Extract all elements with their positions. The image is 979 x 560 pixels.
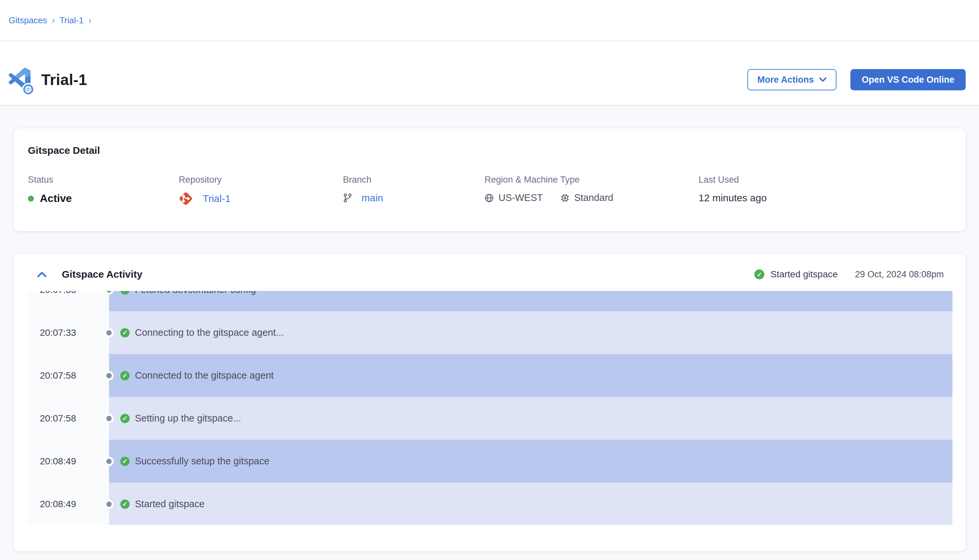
- activity-log-scroll-area[interactable]: 20:07:33 ✓ Fetched devcontainer config 2…: [27, 291, 952, 525]
- activity-row-message: Successfully setup the gitspace: [135, 456, 269, 467]
- page-title: Trial-1: [41, 71, 87, 89]
- activity-row-band: ✓ Setting up the gitspace...: [109, 397, 952, 440]
- chevron-up-icon: [37, 272, 47, 277]
- region-value: US-WEST: [498, 192, 543, 203]
- field-branch: Branch main: [343, 175, 484, 205]
- activity-row-message: Connecting to the gitspace agent...: [135, 327, 284, 338]
- activity-row-message: Started gitspace: [135, 498, 205, 510]
- branch-link[interactable]: main: [362, 192, 383, 203]
- timeline-dot-icon: [106, 416, 112, 421]
- chevron-down-icon: [819, 77, 827, 82]
- field-label: Status: [28, 175, 179, 185]
- machine-type-value: Standard: [574, 192, 613, 203]
- breadcrumb: Gitspaces › Trial-1 ›: [0, 0, 979, 41]
- field-label: Region & Machine Type: [484, 175, 698, 185]
- success-check-icon: ✓: [120, 457, 130, 466]
- activity-row: 20:07:33 ✓ Connecting to the gitspace ag…: [27, 311, 952, 354]
- page: Gitspaces › Trial-1 › Trial-1 More Actio…: [0, 0, 979, 560]
- activity-row-band: ✓ Fetched devcontainer config: [109, 291, 952, 311]
- field-status: Status Active: [28, 175, 179, 205]
- more-actions-button[interactable]: More Actions: [747, 69, 837, 90]
- main-content: Gitspace Detail Status Active Repository: [0, 106, 979, 552]
- timeline-dot-icon: [106, 330, 112, 335]
- activity-row-time: 20:07:33: [27, 291, 109, 311]
- green-status-dot-icon: [28, 196, 34, 202]
- activity-row: 20:08:49 ✓ Successfully setup the gitspa…: [27, 440, 952, 483]
- activity-status-label: Started gitspace: [770, 269, 837, 280]
- activity-row-message: Setting up the gitspace...: [135, 413, 241, 424]
- success-check-icon: ✓: [120, 500, 130, 509]
- open-vscode-online-button[interactable]: Open VS Code Online: [850, 69, 966, 90]
- title-header: Trial-1 More Actions Open VS Code Online: [0, 41, 979, 106]
- activity-row-time: 20:07:58: [27, 354, 109, 397]
- more-actions-label: More Actions: [757, 75, 814, 85]
- breadcrumb-link-trial-1[interactable]: Trial-1: [60, 15, 84, 25]
- activity-row-time: 20:07:33: [27, 311, 109, 354]
- success-check-icon: ✓: [754, 269, 764, 279]
- activity-row-band: ✓ Connecting to the gitspace agent...: [109, 311, 952, 354]
- success-check-icon: ✓: [120, 371, 130, 380]
- timeline-dot-icon: [106, 459, 112, 464]
- activity-row-time: 20:08:49: [27, 483, 109, 525]
- field-repository: Repository Trial-1: [179, 175, 343, 205]
- repository-link[interactable]: Trial-1: [203, 193, 231, 204]
- success-check-icon: ✓: [120, 328, 130, 337]
- cpu-icon: [560, 193, 570, 203]
- field-label: Repository: [179, 175, 343, 185]
- field-label: Branch: [343, 175, 484, 185]
- field-region-machine: Region & Machine Type US-WEST: [484, 175, 698, 205]
- collapse-activity-button[interactable]: [37, 272, 47, 277]
- detail-fields: Status Active Repository: [28, 175, 951, 205]
- timeline-dot-icon: [106, 502, 112, 507]
- activity-row-time: 20:07:58: [27, 397, 109, 440]
- activity-row: 20:08:49 ✓ Started gitspace: [27, 483, 952, 525]
- success-check-icon: ✓: [120, 414, 130, 423]
- activity-title: Gitspace Activity: [62, 269, 142, 280]
- activity-row: 20:07:33 ✓ Fetched devcontainer config: [27, 291, 952, 311]
- branch-icon: [343, 193, 352, 203]
- activity-row-time: 20:08:49: [27, 440, 109, 483]
- activity-timestamp: 29 Oct, 2024 08:08pm: [855, 269, 944, 280]
- activity-row: 20:07:58 ✓ Connected to the gitspace age…: [27, 354, 952, 397]
- activity-row-band: ✓ Started gitspace: [109, 483, 952, 525]
- vscode-online-icon: [8, 68, 33, 92]
- activity-row-band: ✓ Successfully setup the gitspace: [109, 440, 952, 483]
- globe-icon: [484, 193, 494, 203]
- breadcrumb-link-gitspaces[interactable]: Gitspaces: [8, 15, 47, 25]
- globe-badge-icon: [22, 83, 35, 96]
- breadcrumb-separator-icon: ›: [89, 16, 91, 25]
- field-label: Last Used: [698, 175, 951, 185]
- activity-row: 20:07:58 ✓ Setting up the gitspace...: [27, 397, 952, 440]
- header-actions: More Actions Open VS Code Online: [747, 69, 966, 90]
- timeline-dot-icon: [106, 373, 112, 378]
- detail-card-title: Gitspace Detail: [28, 145, 951, 156]
- gitspace-detail-card: Gitspace Detail Status Active Repository: [13, 128, 966, 231]
- status-value: Active: [40, 192, 72, 205]
- activity-row-message: Fetched devcontainer config: [135, 291, 256, 295]
- git-repo-icon: [179, 192, 193, 206]
- activity-row-band: ✓ Connected to the gitspace agent: [109, 354, 952, 397]
- activity-log: 20:07:33 ✓ Fetched devcontainer config 2…: [27, 291, 952, 525]
- success-check-icon: ✓: [120, 291, 130, 295]
- gitspace-activity-card: Gitspace Activity ✓ Started gitspace 29 …: [13, 254, 966, 552]
- activity-header: Gitspace Activity ✓ Started gitspace 29 …: [13, 254, 966, 291]
- field-last-used: Last Used 12 minutes ago: [698, 175, 951, 205]
- activity-row-message: Connected to the gitspace agent: [135, 370, 274, 381]
- last-used-value: 12 minutes ago: [698, 192, 767, 203]
- breadcrumb-separator-icon: ›: [52, 16, 55, 25]
